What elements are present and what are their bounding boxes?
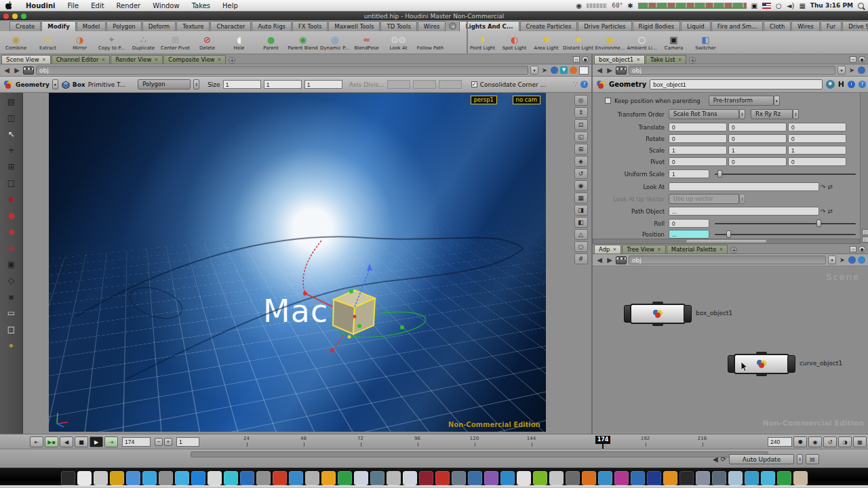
rotate-z-field[interactable] [788,134,846,143]
magnify-icon[interactable] [858,256,865,264]
dock-icon[interactable] [696,471,710,485]
pane-tab[interactable]: Composite View × [163,55,226,64]
translate-x-field[interactable] [669,123,727,131]
translate-z-field[interactable] [788,123,846,131]
network-editor[interactable]: Scene box_object1 curve_object1 [593,268,868,432]
path-input[interactable]: obj [629,66,835,75]
dock-icon[interactable] [435,471,450,485]
link-icon[interactable] [551,66,558,74]
pane-tab[interactable]: Render View × [111,55,163,64]
shelf-tool[interactable]: ≈ BlendPose [351,31,382,54]
shelf-tool[interactable]: ⊙⊙ Look At [382,31,414,54]
dock-icon[interactable] [208,471,222,485]
pin-icon[interactable]: ➤ [838,256,846,264]
add-pane-tab-icon[interactable]: + [689,57,696,64]
menu-item[interactable]: Edit [85,2,110,9]
shelf-tool[interactable]: ◉ Combine [0,31,32,54]
pane-tab[interactable]: Material Palette × [667,245,728,253]
close-icon[interactable]: × [657,247,661,252]
audio-toggle-icon[interactable]: ◑ [838,436,852,447]
viewport-tool-icon[interactable]: ⌖ [3,339,20,353]
viewport-tool-icon[interactable]: + [3,144,20,158]
pivot-y-field[interactable] [728,157,787,166]
apple-icon[interactable] [5,1,13,9]
link-icon[interactable] [858,66,865,74]
bluetooth-icon[interactable]: ○ [776,2,782,9]
rotate-order-dropdown[interactable]: Rx Ry Rz [751,109,793,119]
dock-icon[interactable] [175,471,189,485]
pane-maximize-icon[interactable]: ▭ [573,56,580,62]
translate-y-field[interactable] [728,123,787,131]
display-icon[interactable]: ◉ [576,2,583,9]
viewport-tool-icon[interactable]: ▤ [3,95,20,109]
dock-icon[interactable] [224,471,238,485]
node-body[interactable] [630,304,686,324]
volume-icon[interactable]: ◄) [787,2,795,9]
play-range-button[interactable]: ▶▪ [45,436,58,447]
pane-menu-icon[interactable]: ● [859,56,865,62]
dock-icon[interactable] [321,471,336,485]
shelf-tool[interactable]: ▣ Camera [658,31,690,54]
close-icon[interactable]: × [154,57,158,62]
dock-icon[interactable] [614,471,629,485]
shelf-tool[interactable]: ★ Distant Light [562,31,594,54]
node-output-connector[interactable] [652,323,663,326]
info-icon[interactable]: i [848,81,855,88]
nav-forward-icon[interactable]: ▶ [606,256,614,264]
dock-icon[interactable] [370,471,384,485]
temperature-reading[interactable]: 68° [612,2,623,9]
menu-item[interactable]: File [62,2,85,9]
link-icon[interactable] [848,256,856,264]
select-filter-icon[interactable]: ▼ [560,66,568,74]
node-right-flags[interactable] [684,305,692,323]
viewport-tool-icon[interactable]: ◧ [574,217,588,228]
close-icon[interactable]: × [218,57,222,62]
dock-icon[interactable] [126,471,140,485]
path-input[interactable]: obj [36,66,528,75]
add-pane-tab-icon[interactable]: + [730,247,737,253]
dock-icon[interactable] [338,471,352,485]
viewport-tool-icon[interactable]: ⊞ [3,160,20,174]
viewport-tool-icon[interactable]: ◇ [3,274,20,288]
shelf-tool[interactable]: ◖ Hole [223,31,255,54]
params-vertical-scrollbar[interactable]: ⋮ ⋮ [860,93,868,244]
pane-tab[interactable]: Adp × [594,245,621,253]
viewport-tool-icon[interactable]: △ [574,229,588,240]
shelf-tab[interactable]: Wires [418,21,446,31]
dock-icon[interactable] [419,471,433,485]
pin-icon[interactable]: ➤ [848,66,856,74]
viewport-tool-icon[interactable]: ▭ [3,306,20,321]
dock-icon[interactable] [647,471,661,485]
dock-icon[interactable] [354,471,368,485]
viewport-tool-icon[interactable]: # [574,253,588,264]
frame-decrement-icon[interactable]: − [155,438,163,446]
shelf-tool[interactable]: ◉ Environme... [594,31,626,54]
nav-back-icon[interactable]: ◀ [595,66,604,74]
uniform-scale-slider[interactable] [715,169,856,178]
camera-mode-tag[interactable]: no cam [513,96,540,104]
transform-order-dropdown[interactable]: Scale Rot Trans [669,109,739,119]
dock-icon[interactable] [77,471,92,485]
nav-back-icon[interactable]: ◀ [3,66,11,74]
dock-icon[interactable] [403,471,417,485]
pivot-z-field[interactable] [788,157,846,166]
close-icon[interactable]: × [719,247,723,252]
scroll-up-icon[interactable]: ⋮ [862,229,868,235]
size-z-field[interactable] [304,80,342,89]
shelf-tool[interactable]: ◐ Spot Light [498,31,530,54]
viewport-tool-icon[interactable]: □ [3,176,20,190]
dock-icon[interactable] [761,471,775,485]
gear-menu-icon[interactable]: ◉ [826,80,835,89]
shelf-tab[interactable]: Polygon [106,21,141,31]
add-pane-tab-icon[interactable]: + [229,57,235,64]
dock-icon[interactable] [240,471,254,485]
pin-icon[interactable]: ➤ [540,66,549,74]
viewport-tool-icon[interactable]: □ [3,323,20,337]
pane-tab[interactable]: box_object1 × [594,55,645,64]
pane-tab[interactable]: Scene View × [1,55,51,64]
menu-item[interactable]: Window [146,2,185,9]
shelf-tab[interactable]: Rigid Bodies [633,21,681,31]
dock-icon[interactable] [566,471,580,485]
dock-icon[interactable] [387,471,401,485]
dock-icon[interactable] [273,471,287,485]
